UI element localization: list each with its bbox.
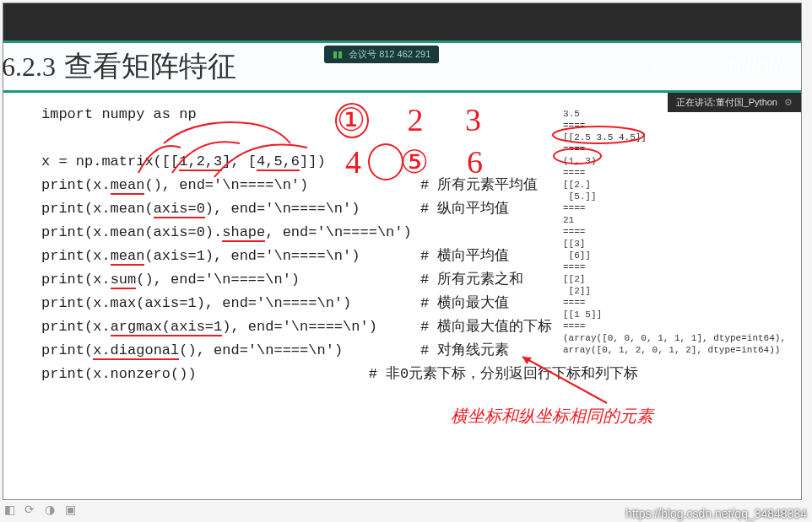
editor-status-icons: ◧ ⟳ ◑ ▣ — [4, 503, 78, 516]
status-icon-4[interactable]: ▣ — [65, 503, 78, 516]
output-block: 3.5 ==== [[2.5 3.5 4.5]] ==== (1, 3) ===… — [563, 108, 786, 356]
speaker-name: 董付国_Python — [716, 96, 777, 109]
status-icon-2[interactable]: ⟳ — [24, 503, 38, 516]
speaker-menu-icon[interactable]: ⚙ — [784, 97, 793, 108]
meeting-label: 会议号 — [349, 49, 376, 59]
speaker-indicator: 正在讲话: 董付国_Python ⚙ — [668, 93, 801, 112]
section-number: 6.2.3 — [2, 51, 56, 83]
status-icon-3[interactable]: ◑ — [45, 503, 58, 516]
meeting-number: 812 462 291 — [379, 49, 430, 59]
window-frame: ▮▮ 会议号 812 462 291 6.2.3 查看矩阵特征 董付国_Pyth… — [3, 3, 802, 500]
signal-icon: ▮▮ — [333, 49, 343, 59]
status-icon-1[interactable]: ◧ — [4, 503, 18, 516]
bilibili-logo: bilibili — [728, 54, 784, 80]
author-watermark: 董付国_Python小屋 — [569, 56, 715, 78]
slide-content: 正在讲话: 董付国_Python ⚙ import numpy as np x … — [3, 93, 801, 489]
csdn-watermark: https://blog.csdn.net/qq_34848334 — [625, 507, 807, 520]
top-bar — [3, 3, 801, 40]
red-annotation-text: 横坐标和纵坐标相同的元素 — [451, 405, 653, 428]
speaker-prefix: 正在讲话: — [676, 96, 716, 109]
section-title: 查看矩阵特征 — [64, 47, 236, 86]
meeting-id-pill: ▮▮ 会议号 812 462 291 — [324, 46, 439, 63]
